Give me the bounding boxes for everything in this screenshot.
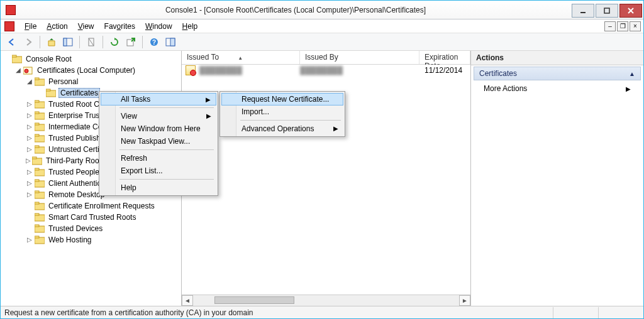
context-submenu: Request New Certificate... Import... Adv… (219, 91, 345, 137)
status-bar: Request a new certificate from a certifi… (1, 306, 643, 318)
tree-item[interactable]: Certificate Enrollment Requests (23, 200, 181, 212)
ctx-view[interactable]: View ▶ (101, 110, 216, 122)
mdi-restore-button[interactable]: ❐ (617, 21, 628, 31)
tree-item[interactable]: Trusted Devices (23, 223, 181, 234)
menu-favorites[interactable]: Favorites (99, 21, 140, 32)
horizontal-scrollbar[interactable]: ◄ ► (182, 295, 470, 306)
menu-view[interactable]: View (73, 21, 99, 32)
list-row[interactable]: ████████ ████████ 11/12/2014 (182, 65, 470, 76)
scroll-left-button[interactable]: ◄ (182, 295, 193, 306)
refresh-button[interactable] (107, 35, 122, 50)
context-menu: All Tasks ▶ View ▶ New Window from Here … (99, 91, 218, 196)
show-hide-tree-button[interactable] (60, 35, 75, 50)
svg-rect-44 (35, 225, 39, 227)
svg-text:?: ? (152, 39, 156, 46)
minimize-button[interactable] (572, 4, 594, 18)
list-pane: Issued To Issued By Expiration Date ████… (182, 51, 471, 306)
menu-action[interactable]: Action (42, 21, 72, 32)
tree-console-root[interactable]: Console Root (1, 53, 181, 65)
ctx-help[interactable]: Help (101, 181, 216, 194)
tree-certificates-local[interactable]: ◢ Certificates (Local Computer) (12, 65, 181, 76)
forward-button[interactable] (21, 35, 36, 50)
status-cell (598, 307, 643, 318)
chevron-right-icon: ▶ (626, 85, 631, 92)
cell-issued-by: ████████ (300, 66, 419, 75)
menu-window[interactable]: Window (140, 21, 177, 32)
svg-rect-28 (35, 134, 39, 136)
svg-rect-26 (35, 123, 39, 125)
back-button[interactable] (4, 35, 19, 50)
ctx-request-new-certificate[interactable]: Request New Certificate... (221, 93, 343, 105)
cell-expiration: 11/12/2014 (419, 66, 470, 75)
close-button[interactable] (619, 4, 642, 18)
tree-personal[interactable]: ◢ Personal (23, 76, 181, 87)
svg-rect-32 (32, 157, 36, 159)
submenu-arrow-icon: ▶ (333, 125, 338, 132)
maximize-button[interactable] (596, 4, 618, 18)
svg-rect-18 (35, 78, 39, 80)
help-button[interactable]: ? (147, 35, 162, 50)
up-button[interactable] (44, 35, 59, 50)
svg-rect-24 (35, 112, 39, 114)
ctx-all-tasks[interactable]: All Tasks ▶ (101, 93, 216, 105)
svg-line-7 (89, 38, 94, 46)
ctx-import[interactable]: Import... (221, 105, 343, 118)
actions-pane: Actions Certificates ▲ More Actions ▶ (471, 51, 643, 306)
ctx-advanced-operations[interactable]: Advanced Operations ▶ (221, 122, 343, 135)
svg-rect-46 (35, 236, 39, 238)
tree-item[interactable]: ▷Web Hosting (23, 234, 181, 246)
title-bar: Console1 - [Console Root\Certificates (L… (1, 1, 643, 19)
submenu-arrow-icon: ▶ (206, 96, 211, 103)
svg-rect-22 (35, 100, 39, 102)
cell-issued-to: ████████ (199, 66, 242, 75)
status-text: Request a new certificate from a certifi… (4, 308, 253, 317)
submenu-arrow-icon: ▶ (206, 112, 211, 119)
scroll-right-button[interactable]: ► (459, 295, 470, 306)
svg-rect-38 (35, 191, 39, 193)
col-issued-by[interactable]: Issued By (300, 51, 419, 64)
mdi-close-button[interactable]: × (630, 21, 641, 31)
svg-rect-30 (35, 146, 39, 148)
ctx-new-window[interactable]: New Window from Here (101, 122, 216, 135)
svg-point-16 (25, 69, 28, 73)
mmc-icon (4, 21, 14, 31)
actions-header: Actions (471, 51, 643, 65)
svg-rect-5 (64, 38, 67, 46)
menu-bar: File Action View Favorites Window Help –… (1, 19, 643, 33)
svg-rect-42 (35, 214, 39, 215)
svg-rect-20 (46, 89, 50, 91)
scroll-thumb[interactable] (214, 296, 294, 304)
app-icon (6, 5, 16, 15)
action-more[interactable]: More Actions ▶ (471, 82, 643, 95)
certificate-icon (186, 65, 196, 75)
svg-rect-34 (35, 168, 39, 170)
window-title: Console1 - [Console Root\Certificates (L… (19, 6, 572, 14)
mdi-minimize-button[interactable]: – (604, 21, 616, 31)
actions-category[interactable]: Certificates ▲ (474, 67, 641, 80)
ctx-refresh[interactable]: Refresh (101, 152, 216, 165)
collapse-icon: ▲ (629, 70, 635, 77)
options-button[interactable] (163, 35, 178, 50)
status-cell (553, 307, 598, 318)
export-button[interactable] (123, 35, 138, 50)
svg-rect-12 (170, 38, 175, 46)
toolbar: ? (1, 33, 643, 51)
delete-button[interactable] (84, 35, 99, 50)
svg-rect-1 (604, 8, 609, 13)
col-expiration[interactable]: Expiration Date (419, 51, 470, 64)
list-header: Issued To Issued By Expiration Date (182, 51, 470, 65)
menu-file[interactable]: File (19, 21, 42, 32)
ctx-export-list[interactable]: Export List... (101, 165, 216, 177)
tree-item[interactable]: Smart Card Trusted Roots (23, 212, 181, 223)
svg-rect-14 (12, 55, 16, 57)
col-issued-to[interactable]: Issued To (182, 51, 300, 64)
svg-rect-40 (35, 202, 39, 204)
menu-help[interactable]: Help (177, 21, 203, 32)
ctx-new-taskpad[interactable]: New Taskpad View... (101, 135, 216, 148)
svg-rect-36 (35, 180, 39, 181)
